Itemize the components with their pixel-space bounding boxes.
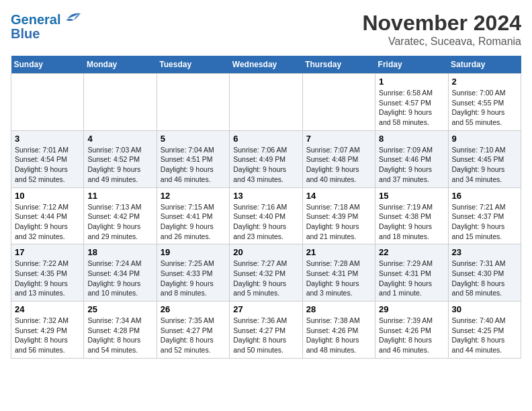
- sunset-text: Sunset: 4:34 PM: [87, 269, 152, 279]
- day-info: Sunrise: 7:13 AM Sunset: 4:42 PM Dayligh…: [87, 202, 152, 242]
- daylight-text: Daylight: 8 hours and 56 minutes.: [15, 335, 80, 355]
- day-info: Sunrise: 7:39 AM Sunset: 4:26 PM Dayligh…: [379, 316, 444, 355]
- sunset-text: Sunset: 4:31 PM: [379, 269, 444, 279]
- day-info: Sunrise: 7:07 AM Sunset: 4:48 PM Dayligh…: [306, 145, 371, 185]
- sunrise-text: Sunrise: 7:27 AM: [233, 259, 298, 269]
- calendar-cell: 9 Sunrise: 7:10 AM Sunset: 4:45 PM Dayli…: [448, 130, 521, 187]
- day-number: 5: [161, 134, 226, 144]
- calendar-cell: 13 Sunrise: 7:16 AM Sunset: 4:40 PM Dayl…: [230, 187, 302, 244]
- day-number: 27: [233, 304, 298, 314]
- day-number: 16: [452, 191, 517, 201]
- sunset-text: Sunset: 4:25 PM: [452, 326, 517, 336]
- sunrise-text: Sunrise: 7:28 AM: [306, 259, 371, 269]
- sunrise-text: Sunrise: 7:35 AM: [161, 316, 226, 326]
- day-number: 20: [233, 247, 298, 257]
- sunrise-text: Sunrise: 7:04 AM: [161, 145, 226, 155]
- page-title: November 2024: [362, 11, 521, 36]
- sunset-text: Sunset: 4:35 PM: [15, 269, 80, 279]
- day-info: Sunrise: 6:58 AM Sunset: 4:57 PM Dayligh…: [379, 88, 444, 128]
- title-block: November 2024 Varatec, Suceava, Romania: [362, 11, 521, 48]
- calendar-cell: 30 Sunrise: 7:40 AM Sunset: 4:25 PM Dayl…: [448, 302, 521, 359]
- sunrise-text: Sunrise: 7:09 AM: [379, 145, 444, 155]
- calendar-cell: 19 Sunrise: 7:25 AM Sunset: 4:33 PM Dayl…: [157, 244, 229, 302]
- daylight-text: Daylight: 9 hours and 49 minutes.: [87, 165, 152, 184]
- weekday-header-row: Sunday Monday Tuesday Wednesday Thursday…: [11, 56, 521, 74]
- day-info: Sunrise: 7:38 AM Sunset: 4:26 PM Dayligh…: [306, 316, 371, 355]
- daylight-text: Daylight: 9 hours and 26 minutes.: [161, 222, 226, 241]
- day-info: Sunrise: 7:34 AM Sunset: 4:28 PM Dayligh…: [87, 316, 152, 355]
- calendar-cell: 15 Sunrise: 7:19 AM Sunset: 4:38 PM Dayl…: [375, 187, 448, 244]
- day-info: Sunrise: 7:06 AM Sunset: 4:49 PM Dayligh…: [233, 145, 298, 185]
- day-info: Sunrise: 7:04 AM Sunset: 4:51 PM Dayligh…: [161, 145, 226, 185]
- calendar-cell: 8 Sunrise: 7:09 AM Sunset: 4:46 PM Dayli…: [375, 130, 448, 187]
- sunrise-text: Sunrise: 7:03 AM: [87, 145, 152, 155]
- daylight-text: Daylight: 9 hours and 55 minutes.: [452, 107, 517, 127]
- sunrise-text: Sunrise: 7:18 AM: [306, 202, 371, 212]
- day-number: 12: [161, 191, 226, 201]
- calendar-cell: [11, 74, 84, 131]
- day-number: 7: [306, 134, 371, 144]
- sunset-text: Sunset: 4:31 PM: [306, 269, 371, 279]
- daylight-text: Daylight: 8 hours and 52 minutes.: [161, 335, 226, 355]
- sunset-text: Sunset: 4:42 PM: [87, 212, 152, 222]
- calendar-cell: 16 Sunrise: 7:21 AM Sunset: 4:37 PM Dayl…: [448, 187, 521, 244]
- sunrise-text: Sunrise: 6:58 AM: [379, 88, 444, 98]
- calendar-cell: 1 Sunrise: 6:58 AM Sunset: 4:57 PM Dayli…: [375, 74, 448, 131]
- daylight-text: Daylight: 8 hours and 46 minutes.: [379, 335, 444, 355]
- calendar-week-row: 1 Sunrise: 6:58 AM Sunset: 4:57 PM Dayli…: [11, 74, 521, 131]
- calendar-cell: 24 Sunrise: 7:32 AM Sunset: 4:29 PM Dayl…: [11, 302, 84, 359]
- sunrise-text: Sunrise: 7:01 AM: [15, 145, 80, 155]
- day-info: Sunrise: 7:18 AM Sunset: 4:39 PM Dayligh…: [306, 202, 371, 242]
- day-number: 9: [452, 134, 517, 144]
- calendar-week-row: 3 Sunrise: 7:01 AM Sunset: 4:54 PM Dayli…: [11, 130, 521, 187]
- day-number: 11: [87, 191, 152, 201]
- daylight-text: Daylight: 9 hours and 58 minutes.: [379, 107, 444, 127]
- calendar-cell: 6 Sunrise: 7:06 AM Sunset: 4:49 PM Dayli…: [230, 130, 302, 187]
- daylight-text: Daylight: 9 hours and 8 minutes.: [161, 279, 226, 298]
- sunset-text: Sunset: 4:38 PM: [379, 212, 444, 222]
- day-number: 10: [15, 191, 80, 201]
- calendar-table: Sunday Monday Tuesday Wednesday Thursday…: [11, 56, 521, 359]
- sunrise-text: Sunrise: 7:29 AM: [379, 259, 444, 269]
- sunrise-text: Sunrise: 7:24 AM: [87, 259, 152, 269]
- day-info: Sunrise: 7:00 AM Sunset: 4:55 PM Dayligh…: [452, 88, 517, 128]
- day-number: 17: [15, 247, 80, 257]
- day-info: Sunrise: 7:01 AM Sunset: 4:54 PM Dayligh…: [15, 145, 80, 185]
- logo: General Blue: [11, 11, 82, 40]
- calendar-week-row: 10 Sunrise: 7:12 AM Sunset: 4:44 PM Dayl…: [11, 187, 521, 244]
- daylight-text: Daylight: 9 hours and 3 minutes.: [306, 279, 371, 298]
- day-info: Sunrise: 7:22 AM Sunset: 4:35 PM Dayligh…: [15, 259, 80, 298]
- day-info: Sunrise: 7:19 AM Sunset: 4:38 PM Dayligh…: [379, 202, 444, 242]
- daylight-text: Daylight: 9 hours and 52 minutes.: [15, 165, 80, 184]
- header-friday: Friday: [375, 56, 448, 74]
- sunset-text: Sunset: 4:26 PM: [379, 326, 444, 336]
- calendar-cell: 20 Sunrise: 7:27 AM Sunset: 4:32 PM Dayl…: [230, 244, 302, 302]
- sunrise-text: Sunrise: 7:39 AM: [379, 316, 444, 326]
- header-monday: Monday: [84, 56, 157, 74]
- daylight-text: Daylight: 9 hours and 32 minutes.: [15, 222, 80, 241]
- calendar-cell: 4 Sunrise: 7:03 AM Sunset: 4:52 PM Dayli…: [84, 130, 157, 187]
- sunrise-text: Sunrise: 7:34 AM: [87, 316, 152, 326]
- calendar-cell: 27 Sunrise: 7:36 AM Sunset: 4:27 PM Dayl…: [230, 302, 302, 359]
- sunset-text: Sunset: 4:33 PM: [161, 269, 226, 279]
- daylight-text: Daylight: 9 hours and 21 minutes.: [306, 222, 371, 241]
- daylight-text: Daylight: 9 hours and 5 minutes.: [233, 279, 298, 298]
- daylight-text: Daylight: 9 hours and 37 minutes.: [379, 165, 444, 184]
- sunset-text: Sunset: 4:48 PM: [306, 154, 371, 165]
- calendar-cell: 18 Sunrise: 7:24 AM Sunset: 4:34 PM Dayl…: [84, 244, 157, 302]
- daylight-text: Daylight: 9 hours and 40 minutes.: [306, 165, 371, 184]
- daylight-text: Daylight: 9 hours and 34 minutes.: [452, 165, 517, 184]
- day-number: 26: [161, 304, 226, 314]
- calendar-cell: 7 Sunrise: 7:07 AM Sunset: 4:48 PM Dayli…: [302, 130, 375, 187]
- day-number: 19: [161, 247, 226, 257]
- day-number: 4: [87, 134, 152, 144]
- day-number: 13: [233, 191, 298, 201]
- day-number: 14: [306, 191, 371, 201]
- calendar-week-row: 24 Sunrise: 7:32 AM Sunset: 4:29 PM Dayl…: [11, 302, 521, 359]
- logo-text-general: General: [11, 12, 60, 27]
- calendar-cell: [84, 74, 157, 131]
- daylight-text: Daylight: 9 hours and 23 minutes.: [233, 222, 298, 241]
- header-tuesday: Tuesday: [157, 56, 229, 74]
- day-number: 6: [233, 134, 298, 144]
- daylight-text: Daylight: 9 hours and 18 minutes.: [379, 222, 444, 241]
